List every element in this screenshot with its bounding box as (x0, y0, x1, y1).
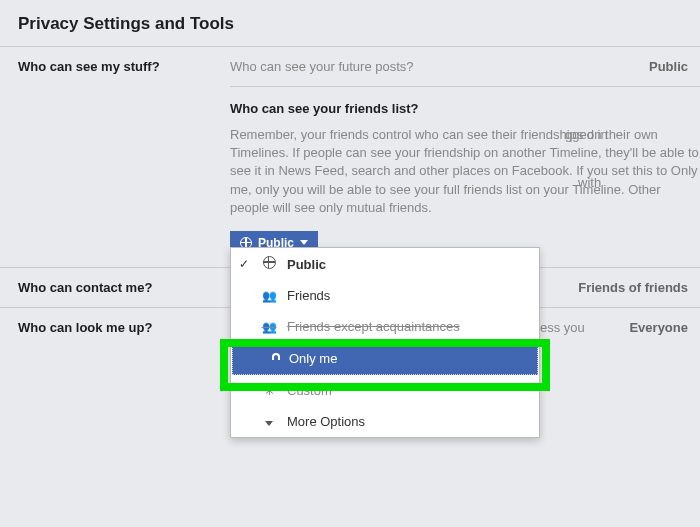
check-icon: ✓ (239, 257, 249, 271)
audience-dropdown: ✓ Public Friends Friends except acquaint… (230, 247, 540, 438)
dropdown-option-friends-except[interactable]: Friends except acquaintances (231, 311, 539, 342)
caret-down-icon (300, 240, 308, 245)
friends-icon (261, 288, 277, 303)
dropdown-option-friends[interactable]: Friends (231, 280, 539, 311)
friends-list-description: Remember, your friends control who can s… (230, 126, 700, 217)
dropdown-option-only-me[interactable]: Only me (232, 342, 538, 375)
section-who-can-see: Who can see my stuff? Who can see your f… (0, 46, 700, 267)
option-label: Friends except acquaintances (287, 319, 460, 334)
gear-icon (261, 383, 277, 398)
friends-list-panel: Who can see your friends list? Remember,… (230, 86, 700, 255)
friends-list-heading: Who can see your friends list? (230, 101, 700, 116)
obscured-text: gged in (565, 127, 608, 142)
future-posts-question: Who can see your future posts? (230, 59, 649, 74)
option-label: More Options (287, 414, 365, 429)
future-posts-value[interactable]: Public (649, 59, 688, 74)
section-label-lookup: Who can look me up? (0, 320, 230, 350)
section-label-contact: Who can contact me? (0, 280, 230, 295)
dropdown-option-more[interactable]: More Options (231, 406, 539, 437)
option-label: Custom (287, 383, 332, 398)
dropdown-option-custom[interactable]: Custom (231, 375, 539, 406)
globe-icon (261, 256, 277, 272)
lookup-value[interactable]: Everyone (629, 320, 688, 350)
option-label: Friends (287, 288, 330, 303)
contact-value[interactable]: Friends of friends (578, 280, 688, 295)
section-label-stuff: Who can see my stuff? (0, 59, 230, 255)
friends-icon (261, 319, 277, 334)
option-label: Public (287, 257, 326, 272)
option-label: Only me (289, 351, 337, 366)
obscured-text: with (578, 175, 601, 190)
page-title: Privacy Settings and Tools (0, 0, 700, 46)
chevron-down-icon (261, 414, 277, 429)
dropdown-option-public[interactable]: ✓ Public (231, 248, 539, 280)
